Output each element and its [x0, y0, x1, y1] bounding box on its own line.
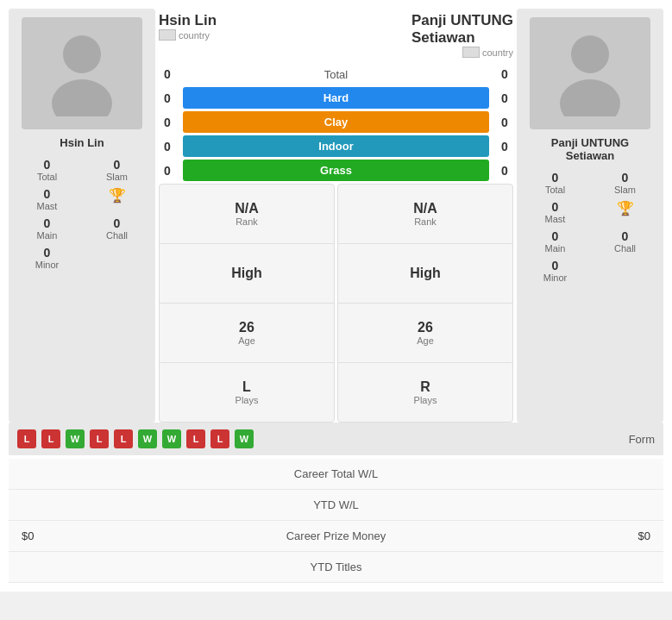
- right-total-stat: 0 Total: [521, 169, 589, 197]
- surface-row-clay: 0 Clay 0: [159, 111, 513, 133]
- left-total-label: Total: [37, 172, 57, 182]
- clay-left-score: 0: [159, 116, 176, 129]
- right-plays-value: R: [420, 379, 430, 395]
- right-trophy-icon: 🏆: [617, 200, 634, 216]
- career-total-row: Career Total W/L: [9, 459, 663, 490]
- form-badge-2: W: [66, 429, 85, 448]
- form-badge-7: L: [186, 429, 205, 448]
- svg-point-2: [571, 35, 609, 73]
- hard-button[interactable]: Hard: [183, 87, 489, 109]
- left-mast-label: Mast: [37, 201, 58, 211]
- right-high-cell: High: [338, 244, 512, 304]
- left-player-name: Hsin Lin: [60, 136, 104, 149]
- right-age-value: 26: [418, 320, 433, 335]
- left-age-value: 26: [239, 320, 254, 335]
- right-mast-label: Mast: [545, 214, 566, 224]
- left-rank-label: Rank: [236, 216, 258, 227]
- left-chall-stat: 0 Chall: [83, 215, 151, 242]
- right-chall-label: Chall: [614, 243, 636, 254]
- left-trophy-icon: 🏆: [109, 187, 126, 204]
- left-detail-panel: N/A Rank High 26 Age L Plays: [159, 184, 335, 423]
- left-high-value: High: [231, 266, 262, 281]
- right-country-label: country: [482, 47, 513, 58]
- right-age-label: Age: [417, 335, 434, 346]
- surface-row-hard: 0 Hard 0: [159, 87, 513, 109]
- hard-left-score: 0: [159, 91, 176, 105]
- prize-money-label: Career Prize Money: [125, 529, 547, 542]
- left-minor-value: 0: [44, 246, 51, 260]
- right-trophy: 🏆: [591, 198, 659, 226]
- form-badge-6: W: [162, 429, 181, 448]
- left-minor-label: Minor: [35, 260, 60, 270]
- left-main-stat: 0 Main: [13, 215, 81, 242]
- left-rank-value: N/A: [235, 201, 259, 216]
- form-badge-0: L: [17, 429, 36, 448]
- left-minor-stat: 0 Minor: [13, 244, 81, 272]
- left-rank-cell: N/A Rank: [160, 185, 334, 244]
- indoor-right-score: 0: [496, 140, 513, 153]
- form-badge-1: L: [41, 429, 60, 448]
- right-player-stats: 0 Total 0 Slam 0 Mast 🏆 0 Main: [521, 169, 659, 285]
- right-rank-cell: N/A Rank: [338, 185, 512, 244]
- grass-button[interactable]: Grass: [183, 160, 489, 181]
- left-age-label: Age: [238, 335, 255, 346]
- prize-money-row: $0 Career Prize Money $0: [9, 521, 663, 552]
- right-total-value: 0: [552, 171, 559, 185]
- left-total-stat: 0 Total: [13, 156, 81, 184]
- surface-row-indoor: 0 Indoor 0: [159, 135, 513, 157]
- right-slam-value: 0: [622, 171, 629, 185]
- left-plays-label: Plays: [236, 395, 259, 405]
- form-badge-5: W: [138, 429, 157, 448]
- svg-point-0: [63, 35, 101, 73]
- right-player-avatar: [530, 17, 650, 129]
- left-high-cell: High: [160, 244, 334, 304]
- right-slam-stat: 0 Slam: [591, 169, 659, 197]
- left-trophy: 🏆: [83, 185, 151, 213]
- ytd-wl-label: YTD W/L: [125, 498, 547, 511]
- left-mast-value: 0: [44, 187, 51, 201]
- clay-right-score: 0: [496, 116, 513, 129]
- left-chall-value: 0: [114, 216, 121, 230]
- left-slam-stat: 0 Slam: [83, 156, 151, 184]
- ytd-titles-label: YTD Titles: [125, 561, 547, 573]
- left-plays-cell: L Plays: [160, 363, 334, 422]
- left-player-stats: 0 Total 0 Slam 0 Mast 🏆 0 Main: [13, 156, 151, 272]
- right-chall-stat: 0 Chall: [591, 228, 659, 255]
- right-avatar-svg: [556, 30, 625, 116]
- left-main-label: Main: [37, 230, 58, 241]
- form-row: L L W L L W W L L W Form: [9, 423, 663, 455]
- grass-right-score: 0: [496, 164, 513, 178]
- right-player-card: Panji UNTUNGSetiawan 0 Total 0 Slam 0 Ma…: [517, 9, 663, 423]
- clay-button[interactable]: Clay: [183, 111, 489, 133]
- surfaces-area: 0 Hard 0 0 Clay 0 0 Indoor 0 0 Grass: [159, 87, 513, 181]
- right-total-label: Total: [545, 185, 565, 195]
- left-age-cell: 26 Age: [160, 304, 334, 363]
- right-mast-value: 0: [552, 200, 559, 214]
- left-total-value: 0: [44, 158, 51, 172]
- player-header-row: Hsin Lin country Panji UNTUNGSetiawan co…: [159, 9, 513, 61]
- right-country: country: [462, 47, 513, 58]
- prize-money-left: $0: [22, 529, 125, 542]
- left-chall-label: Chall: [106, 230, 128, 241]
- left-mast-stat: 0 Mast: [13, 185, 81, 213]
- right-flag: [462, 47, 480, 58]
- left-player-card: Hsin Lin 0 Total 0 Slam 0 Mast 🏆: [9, 9, 155, 423]
- center-stats-area: Hsin Lin country Panji UNTUNGSetiawan co…: [155, 9, 517, 423]
- left-country-label: country: [179, 30, 210, 41]
- right-name-block: Panji UNTUNGSetiawan country: [411, 12, 513, 58]
- total-right-score: 0: [496, 67, 513, 81]
- left-flag: [159, 29, 176, 41]
- left-country: country: [159, 29, 217, 41]
- grass-left-score: 0: [159, 164, 176, 178]
- career-total-label: Career Total W/L: [125, 467, 547, 480]
- right-minor-label: Minor: [543, 272, 568, 283]
- form-badge-9: W: [235, 429, 254, 448]
- total-label: Total: [324, 68, 348, 81]
- right-rank-value: N/A: [413, 201, 437, 216]
- form-badge-8: L: [210, 429, 229, 448]
- right-high-value: High: [410, 266, 441, 281]
- indoor-button[interactable]: Indoor: [183, 135, 489, 157]
- svg-point-3: [560, 79, 620, 116]
- right-minor-stat: 0 Minor: [521, 257, 589, 285]
- detail-panels: N/A Rank High 26 Age L Plays: [159, 184, 513, 423]
